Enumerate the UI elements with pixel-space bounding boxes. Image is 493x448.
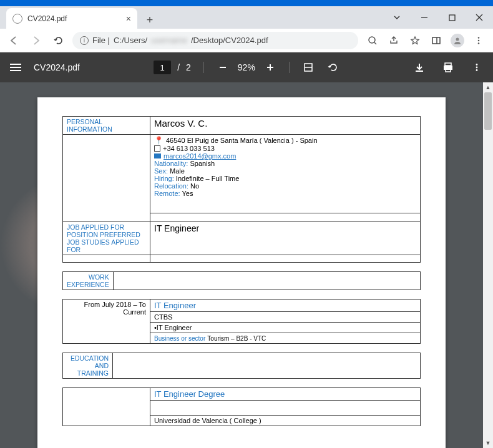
bookmark-icon[interactable] <box>406 32 424 49</box>
work-company: CTBS <box>150 312 421 323</box>
info-icon: i <box>80 36 89 45</box>
svg-point-10 <box>478 39 480 41</box>
work-title: IT Engineer <box>150 299 421 312</box>
svg-point-11 <box>478 42 480 44</box>
scroll-up-icon[interactable]: ▲ <box>483 82 493 92</box>
education-entry: IT Engineer Degree Universidad de Valenc… <box>62 387 421 426</box>
close-icon[interactable]: × <box>126 14 131 24</box>
section-label: WORK EXPERIENCE <box>63 272 114 290</box>
svg-point-9 <box>478 37 480 39</box>
svg-rect-6 <box>432 37 440 44</box>
remote: Yes <box>182 190 193 197</box>
address: 46540 El Puig de Santa María ( Valencia … <box>166 137 318 144</box>
tab-strip: CV2024.pdf × + <box>0 6 493 29</box>
address-bar: i File | C:/Users/username/Desktop/CV202… <box>0 29 493 52</box>
download-button[interactable] <box>413 61 426 74</box>
page-separator: / <box>177 62 180 72</box>
maximize-button[interactable] <box>438 6 466 29</box>
personal-info-table: PERSONAL INFORMATION Marcos V. C. 📍46540… <box>62 116 421 263</box>
new-tab-button[interactable]: + <box>141 11 159 29</box>
section-label: PERSONAL INFORMATION <box>63 117 150 135</box>
svg-rect-18 <box>444 66 452 70</box>
section-label: EDUCATION AND TRAINING <box>63 353 113 379</box>
page-total: 2 <box>186 62 191 72</box>
svg-rect-17 <box>445 63 451 66</box>
forward-button[interactable] <box>27 32 45 49</box>
svg-rect-1 <box>449 15 455 21</box>
phone: +34 613 033 513 <box>163 145 215 152</box>
sex-label: Sex: <box>154 167 168 175</box>
page-control: 1 / 2 <box>154 61 191 74</box>
pdf-toolbar: CV2024.pdf 1 / 2 92% <box>0 52 493 82</box>
zoom-out-button[interactable] <box>217 61 229 74</box>
work-exp-header: WORK EXPERIENCE <box>62 271 421 290</box>
work-role: •IT Engineer <box>150 323 421 333</box>
bizsector-label: Business or sector <box>154 335 205 342</box>
hiring: Indefinite – Full Time <box>176 175 240 182</box>
contact-block: 📍46540 El Puig de Santa María ( Valencia… <box>150 135 421 213</box>
url-path-end: /Desktop/CV2024.pdf <box>191 36 268 45</box>
divider <box>289 62 290 73</box>
svg-point-21 <box>476 67 478 69</box>
university: Universidad de Valencia ( College ) <box>150 416 421 426</box>
svg-point-22 <box>476 69 478 71</box>
scroll-down-icon[interactable]: ▼ <box>483 438 493 448</box>
svg-point-8 <box>456 37 459 41</box>
email: marcos2014@gmx.com <box>164 152 236 160</box>
rotate-button[interactable] <box>327 61 339 74</box>
share-icon[interactable] <box>384 32 403 49</box>
svg-line-5 <box>374 42 376 44</box>
sidepanel-icon[interactable] <box>427 32 446 49</box>
pdf-page: PERSONAL INFORMATION Marcos V. C. 📍46540… <box>37 97 446 448</box>
page-current-input[interactable]: 1 <box>154 61 171 74</box>
relocation: No <box>190 182 199 190</box>
back-button[interactable] <box>5 32 22 49</box>
pdf-filename: CV2024.pdf <box>34 62 80 72</box>
url-scheme: File | <box>92 36 110 45</box>
hiring-label: Hiring: <box>154 175 174 182</box>
svg-rect-19 <box>446 69 451 72</box>
divider <box>203 62 204 73</box>
bizsector: Tourism – B2B - VTC <box>207 335 266 342</box>
tab-title: CV2024.pdf <box>27 14 67 23</box>
svg-point-20 <box>476 64 478 66</box>
phone-icon <box>154 145 160 152</box>
job-applied-label: JOB APPLIED FOR POSITION PREFERRED JOB S… <box>63 222 150 255</box>
degree: IT Engineer Degree <box>150 388 421 401</box>
profile-button[interactable] <box>448 32 467 49</box>
location-icon: 📍 <box>154 136 164 145</box>
globe-icon <box>12 14 22 24</box>
search-icon[interactable] <box>363 32 382 49</box>
menu-icon[interactable] <box>10 64 21 71</box>
browser-tab[interactable]: CV2024.pdf × <box>6 8 137 29</box>
pdf-viewport[interactable]: PERSONAL INFORMATION Marcos V. C. 📍46540… <box>0 82 493 448</box>
close-window-button[interactable] <box>466 6 493 29</box>
sex: Male <box>170 167 185 175</box>
work-exp-entry: From July 2018 – To Current IT Engineer … <box>62 299 421 344</box>
minimize-button[interactable] <box>411 6 438 29</box>
remote-label: Remote: <box>154 190 180 197</box>
reload-button[interactable] <box>50 32 67 49</box>
nationality: Spanish <box>190 160 215 167</box>
work-date: From July 2018 – To Current <box>63 299 150 344</box>
nationality-label: Nationality: <box>154 160 188 167</box>
zoom-in-button[interactable] <box>264 61 276 74</box>
menu-icon[interactable] <box>469 32 488 49</box>
education-header: EDUCATION AND TRAINING <box>62 353 421 379</box>
print-button[interactable] <box>442 61 454 74</box>
relocation-label: Relocation: <box>154 182 188 190</box>
job-applied: IT Engineer <box>150 222 421 255</box>
scroll-thumb[interactable] <box>484 92 492 130</box>
zoom-level: 92% <box>238 62 255 72</box>
fit-page-button[interactable] <box>302 61 315 74</box>
more-icon[interactable] <box>471 61 483 74</box>
url-path-hidden: username <box>151 36 187 45</box>
url-input[interactable]: i File | C:/Users/username/Desktop/CV202… <box>72 32 358 49</box>
scrollbar[interactable]: ▲ ▼ <box>483 82 493 448</box>
window-titlebar <box>0 0 493 6</box>
person-name: Marcos V. C. <box>150 117 421 135</box>
window-controls <box>383 6 493 29</box>
url-path-start: C:/Users/ <box>114 36 147 45</box>
avatar-icon <box>451 34 464 47</box>
caret-down-icon[interactable] <box>383 6 411 29</box>
